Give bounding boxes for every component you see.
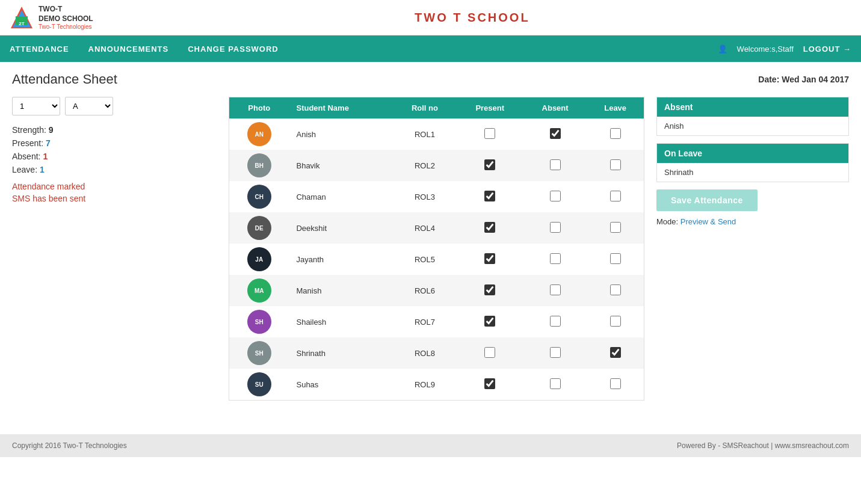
present-checkbox[interactable] xyxy=(484,222,495,233)
on-leave-list: Shrinath xyxy=(657,163,848,182)
absent-checkbox[interactable] xyxy=(550,222,561,233)
col-present: Present xyxy=(457,97,523,119)
student-tbody: AN Anish ROL1 BH Bhavik ROL2 CH Chaman R… xyxy=(229,118,644,401)
date-label: Date: xyxy=(758,75,779,84)
present-checkbox[interactable] xyxy=(484,191,495,201)
nav-announcements[interactable]: ANNOUNCEMENTS xyxy=(88,37,169,61)
nav-attendance[interactable]: ATTENDANCE xyxy=(10,37,69,61)
leave-checkbox[interactable] xyxy=(610,128,621,139)
cell-present[interactable] xyxy=(457,337,523,369)
cell-photo: SH xyxy=(229,306,289,337)
cell-leave[interactable] xyxy=(587,275,644,306)
strength-label: Strength: xyxy=(12,125,46,135)
present-label: Present: xyxy=(12,138,43,148)
cell-leave[interactable] xyxy=(587,212,644,244)
save-attendance-button[interactable]: Save Attendance xyxy=(656,189,758,211)
cell-leave[interactable] xyxy=(587,118,644,150)
logo-icon: 2T xyxy=(10,5,34,29)
leave-checkbox[interactable] xyxy=(610,316,621,327)
cell-absent[interactable] xyxy=(523,337,587,369)
absent-checkbox[interactable] xyxy=(550,191,561,201)
cell-leave[interactable] xyxy=(587,306,644,337)
mode-row: Mode: Preview & Send xyxy=(656,217,849,226)
absent-checkbox[interactable] xyxy=(550,253,561,264)
absent-checkbox[interactable] xyxy=(550,159,561,170)
absent-checkbox[interactable] xyxy=(550,128,561,139)
cell-absent[interactable] xyxy=(523,150,587,181)
cell-present[interactable] xyxy=(457,369,523,401)
table-row: BH Bhavik ROL2 xyxy=(229,150,644,181)
student-avatar: SH xyxy=(247,341,271,365)
cell-present[interactable] xyxy=(457,306,523,337)
absent-checkbox[interactable] xyxy=(550,378,561,389)
cell-roll: ROL6 xyxy=(393,275,456,306)
present-checkbox[interactable] xyxy=(484,347,495,358)
cell-leave[interactable] xyxy=(587,369,644,401)
cell-absent[interactable] xyxy=(523,369,587,401)
absent-list: Anish xyxy=(657,117,848,135)
absent-checkbox[interactable] xyxy=(550,347,561,358)
cell-absent[interactable] xyxy=(523,212,587,244)
student-avatar: BH xyxy=(247,153,271,177)
present-checkbox[interactable] xyxy=(484,316,495,327)
col-photo: Photo xyxy=(229,97,289,119)
cell-photo: SH xyxy=(229,337,289,369)
cell-name: Bhavik xyxy=(289,150,393,181)
navbar-left: ATTENDANCE ANNOUNCEMENTS CHANGE PASSWORD xyxy=(10,37,279,61)
cell-photo: BH xyxy=(229,150,289,181)
cell-absent[interactable] xyxy=(523,275,587,306)
absent-checkbox[interactable] xyxy=(550,316,561,327)
table-row: JA Jayanth ROL5 xyxy=(229,244,644,275)
present-checkbox[interactable] xyxy=(484,128,495,139)
nav-change-password[interactable]: CHANGE PASSWORD xyxy=(188,37,279,61)
section-select[interactable]: A B C xyxy=(65,97,113,115)
student-avatar: CH xyxy=(247,185,271,209)
cell-absent[interactable] xyxy=(523,118,587,150)
class-select[interactable]: 1 2 3 xyxy=(12,97,60,115)
cell-present[interactable] xyxy=(457,118,523,150)
leave-checkbox[interactable] xyxy=(610,253,621,264)
navbar: ATTENDANCE ANNOUNCEMENTS CHANGE PASSWORD… xyxy=(0,35,861,62)
table-row: SH Shrinath ROL8 xyxy=(229,337,644,369)
absent-checkbox[interactable] xyxy=(550,284,561,295)
cell-present[interactable] xyxy=(457,275,523,306)
cell-roll: ROL5 xyxy=(393,244,456,275)
leave-checkbox[interactable] xyxy=(610,222,621,233)
cell-leave[interactable] xyxy=(587,181,644,212)
logout-button[interactable]: LOGOUT → xyxy=(803,45,851,54)
cell-leave[interactable] xyxy=(587,150,644,181)
attendance-marked: Attendance marked xyxy=(12,182,217,191)
cell-absent[interactable] xyxy=(523,181,587,212)
col-roll: Roll no xyxy=(393,97,456,119)
cell-absent[interactable] xyxy=(523,306,587,337)
table-row: DE Deekshit ROL4 xyxy=(229,212,644,244)
cell-leave[interactable] xyxy=(587,244,644,275)
present-checkbox[interactable] xyxy=(484,378,495,389)
col-leave: Leave xyxy=(587,97,644,119)
leave-checkbox[interactable] xyxy=(610,191,621,201)
present-checkbox[interactable] xyxy=(484,159,495,170)
logo-sub: Two-T Technologies xyxy=(39,23,93,30)
student-avatar: DE xyxy=(247,216,271,240)
cell-present[interactable] xyxy=(457,181,523,212)
leave-checkbox[interactable] xyxy=(610,378,621,389)
cell-roll: ROL2 xyxy=(393,150,456,181)
main-content: Attendance Sheet Date: Wed Jan 04 2017 1… xyxy=(0,62,861,410)
cell-leave[interactable] xyxy=(587,337,644,369)
absent-stat-label: Absent: xyxy=(12,152,40,161)
cell-present[interactable] xyxy=(457,212,523,244)
cell-name: Shrinath xyxy=(289,337,393,369)
leave-checkbox[interactable] xyxy=(610,159,621,170)
leave-checkbox[interactable] xyxy=(610,347,621,358)
cell-roll: ROL9 xyxy=(393,369,456,401)
cell-present[interactable] xyxy=(457,244,523,275)
present-checkbox[interactable] xyxy=(484,253,495,264)
cell-absent[interactable] xyxy=(523,244,587,275)
cell-name: Chaman xyxy=(289,181,393,212)
cell-roll: ROL8 xyxy=(393,337,456,369)
leave-checkbox[interactable] xyxy=(610,284,621,295)
cell-present[interactable] xyxy=(457,150,523,181)
present-checkbox[interactable] xyxy=(484,284,495,295)
mode-value[interactable]: Preview & Send xyxy=(680,217,736,226)
table-row: SU Suhas ROL9 xyxy=(229,369,644,401)
